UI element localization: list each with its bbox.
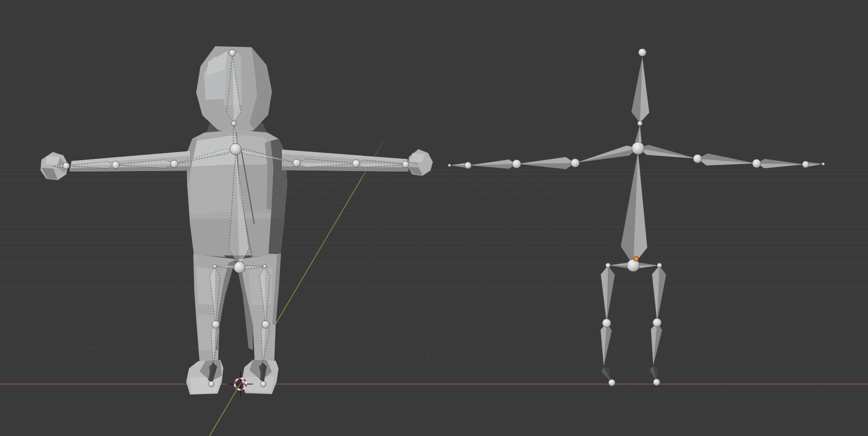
character-joint-pelvis [234,262,245,273]
armature-joint-wrist-r [802,161,809,168]
character-joint-wrist-r [402,161,409,168]
character-joint-neck [231,121,236,126]
armature-joint-elbow-r [752,159,761,168]
armature-joint-shoulder-r [693,154,702,163]
character-joint-elbow-l [112,161,120,169]
armature-joint-knee-r [653,318,661,327]
character-joint-chest [230,143,241,155]
armature-joint-head-top [639,49,646,56]
character-joint-wrist-l [63,162,70,169]
armature-joint-pelvis [627,259,639,272]
character-joint-shoulder-r [293,159,300,167]
armature-joint-hand-tip-r [822,162,825,165]
armature-joint-chest [632,142,644,154]
right-foot-mesh [242,360,279,394]
armature-joint-knee-l [602,319,611,327]
blender-3d-viewport[interactable] [0,0,868,436]
armature-joint-toe-l [609,379,615,386]
armature-joint-hip-l [606,263,610,268]
armature-joint-elbow-l [512,160,521,168]
abdomen-facet-left [190,165,237,213]
cursor-center-dot [239,383,241,385]
character-joint-toe-r [260,381,266,387]
character-joint-head-top [229,50,236,56]
character-joint-knee-l [212,321,219,328]
character-joint-toe-l [209,381,214,387]
armature-joint-hip-r [657,263,662,268]
armature-joint-shoulder-l [571,159,579,167]
armature-origin-dot [634,256,639,261]
character-joint-shoulder-l [170,160,178,168]
armature-joint-wrist-l [465,162,471,169]
character-joint-hip-l [213,264,217,268]
character-joint-knee-r [262,321,269,328]
viewport-canvas[interactable] [0,0,868,436]
armature-joint-hand-tip-l [448,164,451,167]
character-joint-elbow-r [352,160,360,167]
armature-joint-toe-r [653,379,660,385]
character-joint-hip-r [263,264,267,268]
armature-joint-neck [638,121,642,126]
viewport-background [0,0,868,436]
